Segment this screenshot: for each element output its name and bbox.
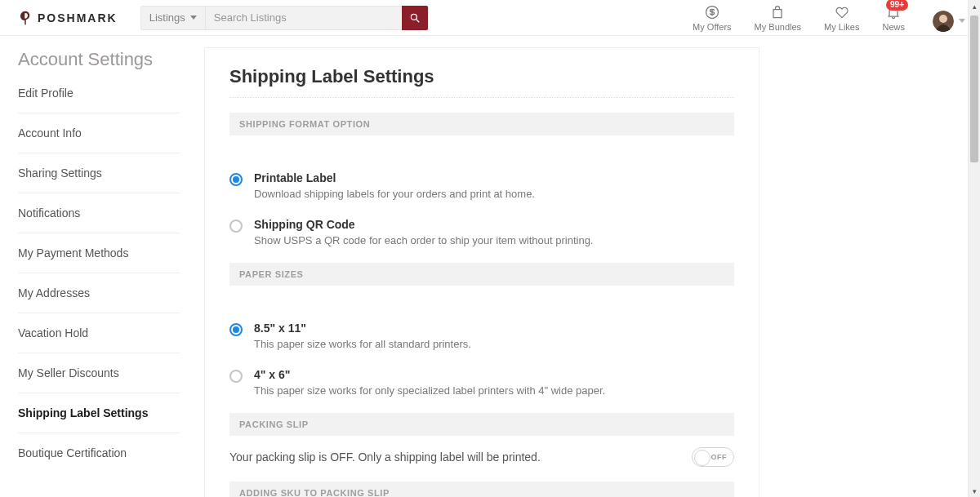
settings-card: Shipping Label Settings SHIPPING FORMAT … bbox=[204, 47, 760, 497]
nav-label: My Likes bbox=[824, 22, 859, 32]
nav-my-likes[interactable]: My Likes bbox=[824, 4, 859, 32]
brand-wordmark: POSHMARK bbox=[38, 11, 118, 24]
sidebar-item-addresses[interactable]: My Addresses bbox=[18, 273, 180, 313]
sidebar-item-shipping-label[interactable]: Shipping Label Settings bbox=[18, 393, 180, 433]
svg-point-0 bbox=[411, 14, 416, 20]
logo-mark-icon bbox=[18, 9, 33, 27]
chevron-down-icon bbox=[190, 16, 197, 20]
section-header-sku: ADDING SKU TO PACKING SLIP bbox=[229, 481, 734, 497]
page-title: Shipping Label Settings bbox=[229, 66, 734, 87]
news-badge: 99+ bbox=[886, 0, 908, 11]
option-paper-4x6[interactable]: 4" x 6" This paper size works for only s… bbox=[229, 363, 734, 410]
search-scope-label: Listings bbox=[149, 11, 185, 24]
option-title: Printable Label bbox=[254, 171, 535, 184]
radio-qr-code[interactable] bbox=[229, 220, 243, 233]
sidebar-item-boutique-cert[interactable]: Boutique Certification bbox=[18, 433, 180, 473]
search-icon bbox=[409, 12, 421, 24]
sidebar-item-payment-methods[interactable]: My Payment Methods bbox=[18, 233, 180, 273]
scroll-track[interactable] bbox=[969, 12, 980, 485]
user-menu[interactable] bbox=[933, 11, 965, 32]
packing-slip-status: Your packing slip is OFF. Only a shippin… bbox=[229, 450, 541, 464]
option-desc: Download shipping labels for your orders… bbox=[254, 188, 535, 200]
search-scope-dropdown[interactable]: Listings bbox=[141, 7, 206, 29]
heart-icon bbox=[834, 4, 850, 20]
search-button[interactable] bbox=[402, 6, 428, 30]
section-header-packing: PACKING SLIP bbox=[229, 413, 734, 436]
scroll-down-arrow[interactable]: ▾ bbox=[969, 485, 980, 497]
option-printable-label[interactable]: Printable Label Download shipping labels… bbox=[229, 166, 734, 213]
packing-slip-toggle[interactable]: OFF bbox=[692, 447, 734, 467]
option-desc: Show USPS a QR code for each order to sh… bbox=[254, 234, 593, 246]
sidebar-item-sharing-settings[interactable]: Sharing Settings bbox=[18, 153, 180, 193]
scroll-thumb[interactable] bbox=[970, 16, 978, 162]
sidebar-item-seller-discounts[interactable]: My Seller Discounts bbox=[18, 353, 180, 393]
toggle-label: OFF bbox=[711, 453, 728, 461]
avatar bbox=[933, 11, 954, 32]
nav-my-offers[interactable]: My Offers bbox=[693, 4, 731, 32]
option-paper-letter[interactable]: 8.5" x 11" This paper size works for all… bbox=[229, 317, 734, 363]
option-title: Shipping QR Code bbox=[254, 218, 593, 231]
main-content: Shipping Label Settings SHIPPING FORMAT … bbox=[204, 36, 968, 497]
sidebar-item-edit-profile[interactable]: Edit Profile bbox=[18, 73, 180, 113]
chevron-down-icon bbox=[959, 19, 965, 23]
svg-point-4 bbox=[939, 15, 947, 23]
radio-paper-4x6[interactable] bbox=[229, 370, 243, 383]
option-qr-code[interactable]: Shipping QR Code Show USPS a QR code for… bbox=[229, 213, 734, 260]
sidebar-item-account-info[interactable]: Account Info bbox=[18, 113, 180, 153]
svg-line-1 bbox=[416, 19, 420, 22]
nav-label: My Bundles bbox=[755, 22, 801, 32]
option-title: 8.5" x 11" bbox=[254, 322, 471, 335]
nav-label: My Offers bbox=[693, 22, 731, 32]
dollar-circle-icon bbox=[704, 4, 720, 20]
section-header-format: SHIPPING FORMAT OPTION bbox=[229, 113, 734, 135]
sidebar-item-notifications[interactable]: Notifications bbox=[18, 193, 180, 233]
option-desc: This paper size works for all standard p… bbox=[254, 338, 471, 350]
radio-printable-label[interactable] bbox=[229, 173, 243, 186]
browser-scrollbar[interactable]: ▴ ▾ bbox=[968, 0, 980, 497]
nav-my-bundles[interactable]: My Bundles bbox=[755, 4, 801, 32]
radio-paper-letter[interactable] bbox=[229, 323, 243, 336]
option-title: 4" x 6" bbox=[254, 368, 605, 381]
sidebar-item-vacation-hold[interactable]: Vacation Hold bbox=[18, 313, 180, 353]
nav-news[interactable]: 99+ News bbox=[882, 4, 905, 32]
option-desc: This paper size works for only specializ… bbox=[254, 384, 605, 397]
brand-logo[interactable]: POSHMARK bbox=[18, 9, 118, 27]
search-input[interactable] bbox=[206, 7, 402, 29]
search-group: Listings bbox=[140, 6, 429, 30]
bag-icon bbox=[769, 4, 786, 20]
divider bbox=[229, 97, 734, 98]
section-header-paper: PAPER SIZES bbox=[229, 263, 734, 286]
sidebar-title: Account Settings bbox=[18, 49, 204, 70]
sidebar: Account Settings Edit Profile Account In… bbox=[0, 36, 204, 497]
top-nav: POSHMARK Listings My Offers bbox=[0, 0, 980, 36]
nav-label: News bbox=[882, 22, 905, 32]
scroll-up-arrow[interactable]: ▴ bbox=[969, 0, 980, 12]
nav-right: My Offers My Bundles My Likes 99+ News bbox=[693, 4, 965, 32]
